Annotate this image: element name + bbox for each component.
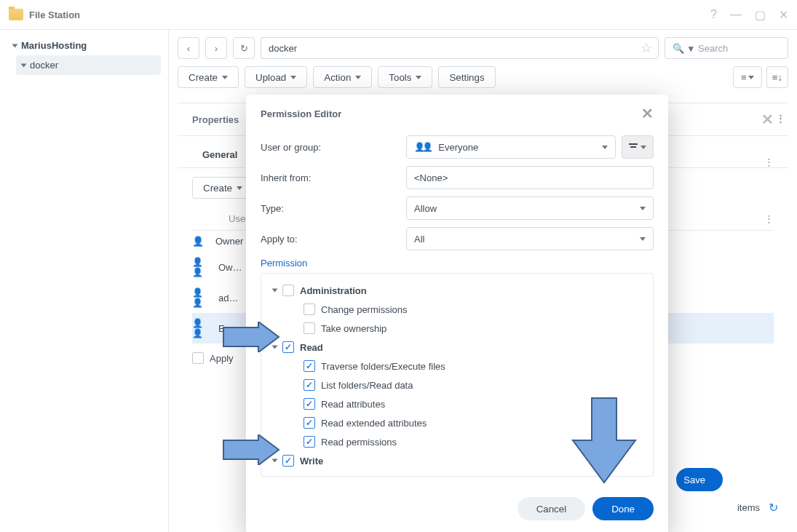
refresh-icon[interactable]: ↻ xyxy=(769,501,778,515)
more-icon[interactable]: ⋮ xyxy=(764,213,774,224)
checkbox[interactable] xyxy=(304,379,315,391)
search-placeholder: Search xyxy=(698,43,728,54)
tree-root[interactable]: MariusHosting xyxy=(7,36,161,55)
more-icon[interactable]: ⋮ xyxy=(776,113,785,124)
path-input[interactable]: docker ☆ xyxy=(261,37,659,59)
annotation-arrow-write xyxy=(222,434,280,465)
minimize-icon[interactable]: — xyxy=(730,8,742,22)
caret-down-icon xyxy=(355,76,361,79)
upload-button[interactable]: Upload xyxy=(245,66,307,88)
checkbox[interactable] xyxy=(304,303,315,315)
app-icon xyxy=(9,9,23,20)
chevron-down-icon xyxy=(21,63,27,67)
cancel-button[interactable]: Cancel xyxy=(518,497,586,520)
user-or-group-label: User or group: xyxy=(261,142,406,153)
tab-general[interactable]: General xyxy=(192,142,247,167)
maximize-icon[interactable]: ▢ xyxy=(755,8,766,22)
filter-button[interactable] xyxy=(622,135,654,159)
type-select[interactable]: Allow xyxy=(406,196,654,220)
create-button[interactable]: Create xyxy=(178,66,239,88)
checkbox[interactable] xyxy=(304,322,315,334)
checkbox[interactable] xyxy=(304,436,315,448)
checkbox[interactable] xyxy=(282,341,294,353)
help-icon[interactable]: ? xyxy=(710,8,717,22)
properties-close-icon[interactable]: ✕ xyxy=(761,111,774,128)
perm-take-ownership[interactable]: Take ownership xyxy=(301,319,649,338)
dialog-close-icon[interactable]: ✕ xyxy=(641,105,654,122)
chevron-down-icon xyxy=(12,44,18,47)
tree-item-label: docker xyxy=(30,60,58,71)
save-button[interactable]: Save xyxy=(676,468,723,491)
caret-down-icon xyxy=(290,76,296,79)
close-icon[interactable]: ✕ xyxy=(779,8,788,22)
checkbox[interactable] xyxy=(304,398,315,410)
checkbox[interactable] xyxy=(304,417,315,429)
done-button[interactable]: Done xyxy=(592,497,654,520)
perm-change-permissions[interactable]: Change permissions xyxy=(301,300,649,319)
type-label: Type: xyxy=(261,203,406,214)
apply-checkbox[interactable] xyxy=(192,352,204,364)
annotation-arrow-read xyxy=(222,322,280,352)
checkbox[interactable] xyxy=(282,455,294,467)
permission-section-title: Permission xyxy=(261,258,654,269)
perm-read[interactable]: Read xyxy=(266,338,649,357)
app-title: File Station xyxy=(29,9,80,20)
apply-to-select[interactable]: All xyxy=(406,227,654,250)
inner-create-button[interactable]: Create xyxy=(192,177,253,199)
nav-forward-button[interactable]: › xyxy=(205,37,227,59)
inherit-from-label: Inherit from: xyxy=(261,172,406,183)
apply-label: Apply xyxy=(210,353,234,364)
group-icon: 👤👤 xyxy=(414,142,430,152)
perm-administration[interactable]: Administration xyxy=(266,281,649,300)
inherit-from-field: <None> xyxy=(406,166,654,189)
tree-item-docker[interactable]: docker xyxy=(16,55,161,75)
chevron-down-icon xyxy=(272,289,278,293)
filter-icon xyxy=(629,143,638,151)
caret-down-icon xyxy=(641,146,646,149)
apply-to-label: Apply to: xyxy=(261,234,406,245)
caret-down-icon xyxy=(222,76,228,79)
view-list-button[interactable]: ≡ xyxy=(733,66,762,88)
checkbox[interactable] xyxy=(282,285,294,296)
perm-traverse[interactable]: Traverse folders/Execute files xyxy=(301,357,649,376)
user-or-group-select[interactable]: 👤👤 Everyone xyxy=(406,135,616,159)
properties-title: Properties xyxy=(192,114,239,125)
refresh-button[interactable]: ↻ xyxy=(233,37,255,59)
annotation-arrow-done xyxy=(571,397,637,484)
search-input[interactable]: 🔍 ▾ Search xyxy=(665,37,788,59)
tools-button[interactable]: Tools xyxy=(378,66,432,88)
action-button[interactable]: Action xyxy=(313,66,372,88)
folder-tree: MariusHosting docker xyxy=(0,30,169,532)
star-icon[interactable]: ☆ xyxy=(641,40,652,56)
dialog-title: Permission Editor xyxy=(261,108,341,119)
perm-list-folders[interactable]: List folders/Read data xyxy=(301,376,649,394)
items-count: items xyxy=(737,502,760,513)
more-icon[interactable]: ⋮ xyxy=(764,156,774,167)
nav-back-button[interactable]: ‹ xyxy=(178,37,199,59)
tree-root-label: MariusHosting xyxy=(21,40,87,51)
path-value: docker xyxy=(269,43,297,54)
checkbox[interactable] xyxy=(304,360,315,372)
search-icon: 🔍 xyxy=(673,43,684,54)
caret-down-icon xyxy=(416,76,421,79)
settings-button[interactable]: Settings xyxy=(438,66,495,88)
sort-button[interactable]: ≡↓ xyxy=(766,66,788,88)
